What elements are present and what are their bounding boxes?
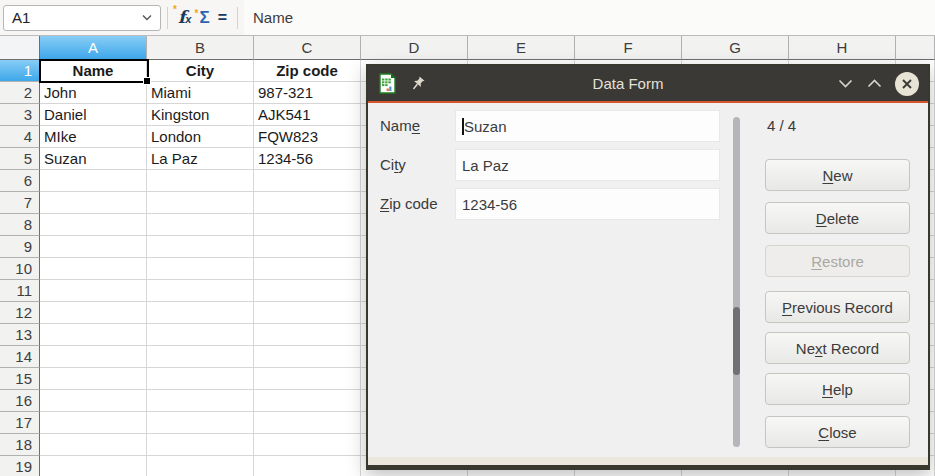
field-input-zip-code[interactable]: 1234-56	[455, 188, 720, 220]
cell-c2[interactable]: 987-321	[254, 82, 361, 104]
row-header-5[interactable]: 5	[0, 148, 40, 170]
row-header-15[interactable]: 15	[0, 368, 40, 390]
cell-a18[interactable]	[40, 434, 147, 456]
cell-b13[interactable]	[147, 324, 254, 346]
row-header-9[interactable]: 9	[0, 236, 40, 258]
next-record-button[interactable]: Next Record	[765, 332, 910, 364]
column-header-e[interactable]: E	[468, 36, 575, 60]
column-header-a[interactable]: A	[40, 36, 147, 60]
cell-c4[interactable]: FQW823	[254, 126, 361, 148]
cell-b11[interactable]	[147, 280, 254, 302]
cell-b3[interactable]: Kingston	[147, 104, 254, 126]
sum-icon[interactable]: Σ	[195, 8, 213, 27]
cell-a11[interactable]	[40, 280, 147, 302]
function-wizard-icon[interactable]: * * fx	[174, 8, 195, 27]
cell-a13[interactable]	[40, 324, 147, 346]
close-icon[interactable]	[895, 72, 919, 96]
column-header-partial[interactable]	[896, 36, 935, 60]
cell-a2[interactable]: John	[40, 82, 147, 104]
previous-record-button[interactable]: Previous Record	[765, 291, 910, 323]
cell-a19[interactable]	[40, 456, 147, 476]
column-header-g[interactable]: G	[682, 36, 789, 60]
field-input-name[interactable]: Suzan	[455, 110, 720, 142]
cell-c12[interactable]	[254, 302, 361, 324]
row-header-7[interactable]: 7	[0, 192, 40, 214]
name-box[interactable]: A1	[3, 5, 161, 31]
cell-c5[interactable]: 1234-56	[254, 148, 361, 170]
row-header-13[interactable]: 13	[0, 324, 40, 346]
cell-b16[interactable]	[147, 390, 254, 412]
row-header-17[interactable]: 17	[0, 412, 40, 434]
column-header-c[interactable]: C	[254, 36, 361, 60]
cell-c6[interactable]	[254, 170, 361, 192]
select-all-corner[interactable]	[0, 36, 40, 60]
row-header-19[interactable]: 19	[0, 456, 40, 476]
cell-a1[interactable]: Name	[40, 60, 147, 82]
cell-c8[interactable]	[254, 214, 361, 236]
cell-c16[interactable]	[254, 390, 361, 412]
cell-b6[interactable]	[147, 170, 254, 192]
cell-c11[interactable]	[254, 280, 361, 302]
cell-a16[interactable]	[40, 390, 147, 412]
column-header-d[interactable]: D	[361, 36, 468, 60]
cell-c17[interactable]	[254, 412, 361, 434]
cell-b9[interactable]	[147, 236, 254, 258]
column-header-b[interactable]: B	[147, 36, 254, 60]
row-header-12[interactable]: 12	[0, 302, 40, 324]
row-header-3[interactable]: 3	[0, 104, 40, 126]
cell-b8[interactable]	[147, 214, 254, 236]
help-button[interactable]: Help	[765, 373, 910, 405]
cell-a9[interactable]	[40, 236, 147, 258]
cell-a15[interactable]	[40, 368, 147, 390]
cell-b10[interactable]	[147, 258, 254, 280]
cell-a14[interactable]	[40, 346, 147, 368]
cell-a12[interactable]	[40, 302, 147, 324]
cell-c18[interactable]	[254, 434, 361, 456]
column-header-h[interactable]: H	[789, 36, 896, 60]
field-input-city[interactable]: La Paz	[455, 149, 720, 181]
cell-a5[interactable]: Suzan	[40, 148, 147, 170]
row-header-1[interactable]: 1	[0, 60, 40, 82]
cell-a4[interactable]: MIke	[40, 126, 147, 148]
cell-c3[interactable]: AJK541	[254, 104, 361, 126]
cell-b17[interactable]	[147, 412, 254, 434]
delete-button[interactable]: Delete	[765, 202, 910, 234]
cell-a7[interactable]	[40, 192, 147, 214]
cell-b12[interactable]	[147, 302, 254, 324]
row-header-6[interactable]: 6	[0, 170, 40, 192]
row-header-18[interactable]: 18	[0, 434, 40, 456]
cell-a17[interactable]	[40, 412, 147, 434]
cell-b5[interactable]: La Paz	[147, 148, 254, 170]
dialog-titlebar[interactable]: Data Form	[368, 66, 928, 101]
cell-a10[interactable]	[40, 258, 147, 280]
cell-b19[interactable]	[147, 456, 254, 476]
cell-b15[interactable]	[147, 368, 254, 390]
cell-c10[interactable]	[254, 258, 361, 280]
new-button[interactable]: New	[765, 159, 910, 191]
cell-c19[interactable]	[254, 456, 361, 476]
cell-c13[interactable]	[254, 324, 361, 346]
chevron-down-icon[interactable]	[831, 75, 860, 92]
equals-icon[interactable]: =	[214, 9, 231, 27]
close-button[interactable]: Close	[765, 416, 910, 448]
cell-b4[interactable]: London	[147, 126, 254, 148]
row-header-14[interactable]: 14	[0, 346, 40, 368]
cell-b7[interactable]	[147, 192, 254, 214]
row-header-11[interactable]: 11	[0, 280, 40, 302]
cell-b18[interactable]	[147, 434, 254, 456]
cell-c7[interactable]	[254, 192, 361, 214]
row-header-2[interactable]: 2	[0, 82, 40, 104]
cell-b1[interactable]: City	[147, 60, 254, 82]
cell-a6[interactable]	[40, 170, 147, 192]
cell-a8[interactable]	[40, 214, 147, 236]
row-header-8[interactable]: 8	[0, 214, 40, 236]
column-header-f[interactable]: F	[575, 36, 682, 60]
cell-c9[interactable]	[254, 236, 361, 258]
scrollbar[interactable]	[733, 117, 740, 447]
cell-c14[interactable]	[254, 346, 361, 368]
formula-input[interactable]: Name	[244, 0, 935, 35]
cell-b14[interactable]	[147, 346, 254, 368]
row-header-4[interactable]: 4	[0, 126, 40, 148]
row-header-10[interactable]: 10	[0, 258, 40, 280]
row-header-16[interactable]: 16	[0, 390, 40, 412]
